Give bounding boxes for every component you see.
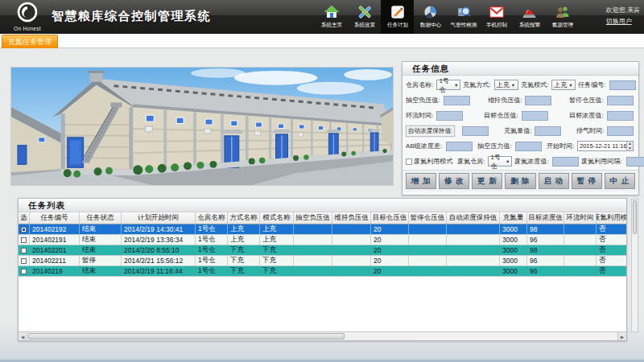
nav-label: 氮源管理 xyxy=(551,20,572,27)
cell xyxy=(564,224,597,234)
scroll-left-arrow-icon[interactable]: ◀ xyxy=(19,332,27,340)
cell: 上充 xyxy=(228,235,260,245)
cell: 2014/2/19 13:36:34 xyxy=(122,235,196,245)
column-header-9: 目标仓压值 xyxy=(371,212,409,224)
cell: 结束 xyxy=(80,245,122,255)
vertical-scrollbar-thumb[interactable] xyxy=(633,200,637,234)
nitrogen-amount-input[interactable] xyxy=(535,126,561,136)
column-header-1: 任务编号 xyxy=(30,212,80,224)
task-info-title: 任务信息 xyxy=(402,62,638,76)
cell xyxy=(332,266,371,276)
logo-text: On Honest xyxy=(11,26,43,31)
task-list-panel: 任务列表 选任务编号任务状态计划开始时间仓房名称方式名称模式名称抽空负压值维持负… xyxy=(18,198,627,341)
header-bar: On Honest 智慧粮库综合控制管理系统 系统主页系统设置任务计划数据中心气… xyxy=(0,0,644,34)
waste-nitrogen-bin-select[interactable]: 1号仓▼ xyxy=(488,156,512,167)
horizontal-scrollbar[interactable]: ◀ ▶ xyxy=(19,331,626,340)
row-select-cell xyxy=(19,256,30,265)
add-button[interactable]: 增 加 xyxy=(406,173,436,189)
row-checkbox[interactable] xyxy=(21,269,27,274)
nav-item-settings[interactable]: 系统设置 xyxy=(348,0,381,34)
column-header-15: 废氮利用模式 xyxy=(597,212,626,224)
target-bin-pressure-label: 目标仓压值: xyxy=(484,111,518,120)
maintain-negative-pressure-input[interactable] xyxy=(525,96,551,105)
nav-item-home[interactable]: 系统主页 xyxy=(315,0,348,34)
cell xyxy=(564,245,597,255)
vacuum-pressure-input[interactable] xyxy=(515,142,542,151)
cell: 否 xyxy=(597,256,626,265)
waste-nitrogen-mode-group: 废氮利用模式 xyxy=(406,157,455,167)
waste-nitrogen-interval-input[interactable] xyxy=(626,157,644,167)
horizontal-scrollbar-thumb[interactable] xyxy=(28,333,345,339)
modify-button[interactable]: 修 改 xyxy=(439,173,469,189)
app-window: On Honest 智慧粮库综合控制管理系统 系统主页系统设置任务计划数据中心气… xyxy=(0,0,644,362)
cell: 1号仓 xyxy=(196,245,228,255)
task-table-header: 选任务编号任务状态计划开始时间仓房名称方式名称模式名称抽空负压值维持负压值目标仓… xyxy=(19,212,626,224)
cell: 201402191 xyxy=(30,235,80,245)
cell xyxy=(447,256,500,265)
target-concentration-input[interactable] xyxy=(607,111,634,121)
cell xyxy=(447,266,500,276)
waste-nitrogen-mode-label: 废氮利用模式 xyxy=(414,157,452,166)
target-bin-pressure-input[interactable] xyxy=(522,111,548,121)
exhaust-time-input[interactable] xyxy=(607,126,634,136)
pause-button[interactable]: 暂 停 xyxy=(572,173,602,189)
row-checkbox[interactable] xyxy=(21,227,27,232)
row-checkbox[interactable] xyxy=(21,237,27,243)
switch-user-link[interactable]: 切换用户 xyxy=(606,16,640,27)
chevron-down-icon: ▼ xyxy=(511,83,515,88)
auto-concentration-hold-input[interactable] xyxy=(462,126,489,136)
row-select-cell xyxy=(19,266,30,276)
warehouse-name-select[interactable]: 1号仓▼ xyxy=(436,80,460,90)
nav-item-system-alarm[interactable]: 系统报警 xyxy=(513,0,546,34)
nav-item-task-plan[interactable]: 任务计划 xyxy=(381,0,414,34)
row-checkbox[interactable] xyxy=(21,248,27,253)
nav-item-nitrogen-source[interactable]: 氮源管理 xyxy=(546,0,579,34)
column-header-12: 充氮量 xyxy=(500,212,527,224)
cell: 下充 xyxy=(260,266,294,276)
waste-nitrogen-mode-checkbox[interactable] xyxy=(406,158,412,165)
pause-bin-pressure-group: 暂停仓压值: xyxy=(569,96,634,105)
tab-nitrogen-task[interactable]: 充氮任务管理 xyxy=(2,35,58,48)
cell: 上充 xyxy=(228,224,260,234)
circulation-time-input[interactable] xyxy=(436,111,463,121)
task-no-input[interactable] xyxy=(609,80,636,90)
delete-button[interactable]: 删 除 xyxy=(505,173,535,189)
table-row-3[interactable]: 201402201结束2014/2/20 8:55:101号仓下充下充20300… xyxy=(19,245,626,256)
datetime-spinner[interactable]: ▲▼ xyxy=(626,142,633,150)
cell: 结束 xyxy=(80,266,122,276)
table-row-4[interactable]: 201402211暂停2014/2/21 15:56:121号仓下充下充2030… xyxy=(19,256,626,266)
abort-button[interactable]: 中 止 xyxy=(605,173,635,189)
update-button[interactable]: 更 新 xyxy=(472,173,502,189)
waste-nitrogen-concentration-input[interactable] xyxy=(552,157,579,167)
nav-item-data-center[interactable]: 数据中心 xyxy=(414,0,447,34)
cell xyxy=(294,266,332,276)
exhaust-time-label: 排气时间: xyxy=(576,126,605,135)
cell: 201402201 xyxy=(30,245,80,255)
fill-method-select[interactable]: 上充▼ xyxy=(494,80,518,90)
start-button[interactable]: 启 动 xyxy=(539,173,569,189)
vacuum-negative-pressure-input[interactable] xyxy=(444,96,470,105)
row-checkbox[interactable] xyxy=(21,258,27,264)
table-row-1[interactable]: 201402192结束2014/2/19 14:30:411号仓上充上充2030… xyxy=(19,224,626,235)
cell: 否 xyxy=(597,224,626,234)
vacuum-negative-pressure-group: 抽空负压值: xyxy=(406,96,470,105)
table-row-5[interactable]: 20140219结束2014/2/19 11:16:441号仓下充下充20300… xyxy=(19,266,626,277)
row-select-cell xyxy=(19,235,30,245)
table-row-2[interactable]: 201402191结束2014/2/19 13:36:341号仓上充上充2030… xyxy=(19,235,626,245)
cell xyxy=(447,224,500,234)
ab-concentration-diff-input[interactable] xyxy=(446,142,473,151)
pause-bin-pressure-input[interactable] xyxy=(607,96,634,105)
vertical-scrollbar[interactable] xyxy=(631,199,638,332)
nav-label: 数据中心 xyxy=(419,20,440,27)
form-row-3: 环流时间:目标仓压值:目标浓度值: xyxy=(406,108,635,123)
pause-bin-pressure-label: 暂停仓压值: xyxy=(569,96,604,105)
nav-item-mobile-control[interactable]: 手机控制 xyxy=(480,0,513,34)
start-time-input[interactable]: 2015-12-21 11:16▲▼ xyxy=(577,141,634,151)
scroll-right-arrow-icon[interactable]: ▶ xyxy=(617,332,626,340)
fill-mode-select[interactable]: 上充▼ xyxy=(551,80,576,90)
exhaust-time-group: 排气时间: xyxy=(576,126,634,136)
nav-item-airtight-test[interactable]: 气密性检测 xyxy=(447,0,480,34)
cell: 1号仓 xyxy=(196,266,228,276)
cell: 上充 xyxy=(260,235,294,245)
cell xyxy=(447,235,500,245)
